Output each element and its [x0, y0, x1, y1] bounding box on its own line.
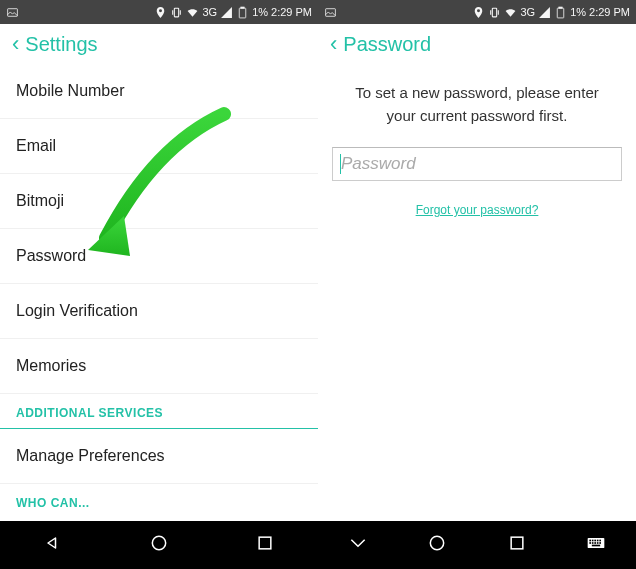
section-who-can: WHO CAN...: [0, 484, 318, 518]
text-cursor: [340, 154, 341, 174]
settings-screen: 3G 1% 2:29 PM ‹ Settings Mobile Number E…: [0, 0, 318, 569]
nav-home-button[interactable]: [149, 533, 169, 557]
network-label: 3G: [520, 6, 535, 18]
nav-back-button[interactable]: [348, 533, 368, 557]
wifi-icon: [504, 6, 517, 19]
keyboard-icon[interactable]: [586, 533, 606, 557]
page-title: Password: [343, 33, 431, 56]
clock-time: 2:29 PM: [589, 6, 630, 18]
status-bar: 3G 1% 2:29 PM: [318, 0, 636, 24]
forgot-password-link[interactable]: Forgot your password?: [318, 203, 636, 217]
svg-rect-18: [590, 542, 592, 544]
image-icon: [324, 6, 337, 19]
wifi-icon: [186, 6, 199, 19]
svg-rect-17: [600, 540, 602, 542]
section-additional-services: ADDITIONAL SERVICES: [0, 394, 318, 429]
header: ‹ Settings: [0, 24, 318, 64]
battery-percent: 1%: [570, 6, 586, 18]
signal-icon: [538, 6, 551, 19]
password-screen: 3G 1% 2:29 PM ‹ Password To set a new pa…: [318, 0, 636, 569]
settings-item-memories[interactable]: Memories: [0, 339, 318, 394]
svg-rect-21: [597, 542, 599, 544]
vibrate-icon: [170, 6, 183, 19]
svg-point-10: [431, 536, 444, 549]
svg-rect-0: [8, 8, 18, 16]
svg-rect-3: [241, 7, 244, 8]
svg-rect-13: [590, 540, 592, 542]
svg-rect-23: [592, 545, 600, 547]
nav-recents-button[interactable]: [255, 533, 275, 557]
svg-rect-5: [259, 537, 271, 549]
back-button[interactable]: ‹: [326, 31, 341, 57]
clock-time: 2:29 PM: [271, 6, 312, 18]
settings-item-bitmoji[interactable]: Bitmoji: [0, 174, 318, 229]
settings-item-login-verification[interactable]: Login Verification: [0, 284, 318, 339]
status-bar: 3G 1% 2:29 PM: [0, 0, 318, 24]
svg-rect-11: [511, 537, 523, 549]
location-icon: [472, 6, 485, 19]
battery-icon: [554, 6, 567, 19]
password-input[interactable]: Password: [332, 147, 622, 181]
image-icon: [6, 6, 19, 19]
svg-rect-15: [595, 540, 597, 542]
svg-rect-7: [493, 8, 497, 17]
nav-home-button[interactable]: [427, 533, 447, 557]
vibrate-icon: [488, 6, 501, 19]
back-button[interactable]: ‹: [8, 31, 23, 57]
settings-item-mobile-number[interactable]: Mobile Number: [0, 64, 318, 119]
svg-rect-9: [559, 7, 562, 8]
battery-percent: 1%: [252, 6, 268, 18]
svg-rect-16: [597, 540, 599, 542]
settings-item-manage-preferences[interactable]: Manage Preferences: [0, 429, 318, 484]
nav-recents-button[interactable]: [507, 533, 527, 557]
settings-list[interactable]: Mobile Number Email Bitmoji Password Log…: [0, 64, 318, 521]
settings-item-email[interactable]: Email: [0, 119, 318, 174]
svg-rect-22: [600, 542, 602, 544]
nav-back-button[interactable]: [43, 533, 63, 557]
signal-icon: [220, 6, 233, 19]
nav-bar: [318, 521, 636, 569]
svg-rect-19: [592, 542, 594, 544]
svg-rect-8: [557, 8, 564, 18]
location-icon: [154, 6, 167, 19]
svg-rect-14: [592, 540, 594, 542]
svg-point-4: [152, 536, 165, 549]
settings-item-password[interactable]: Password: [0, 229, 318, 284]
network-label: 3G: [202, 6, 217, 18]
header: ‹ Password: [318, 24, 636, 64]
nav-bar: [0, 521, 318, 569]
placeholder-text: Password: [341, 154, 416, 173]
svg-rect-20: [595, 542, 597, 544]
svg-rect-1: [175, 8, 179, 17]
password-content: To set a new password, please enter your…: [318, 64, 636, 521]
instruction-text: To set a new password, please enter your…: [318, 64, 636, 139]
svg-rect-2: [239, 8, 246, 18]
svg-rect-6: [326, 8, 336, 16]
battery-icon: [236, 6, 249, 19]
page-title: Settings: [25, 33, 97, 56]
